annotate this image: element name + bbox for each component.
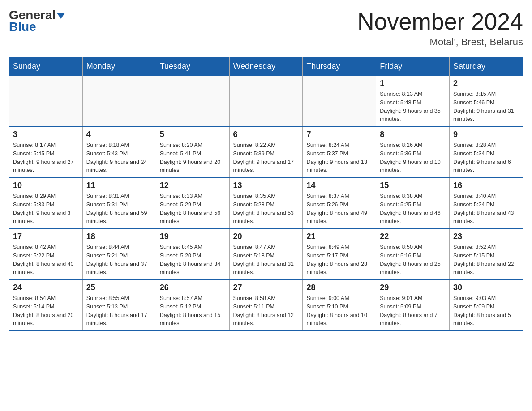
day-info: Sunrise: 8:52 AMSunset: 5:15 PMDaylight:…	[453, 243, 519, 277]
calendar-table: SundayMondayTuesdayWednesdayThursdayFrid…	[9, 57, 523, 331]
day-number: 19	[160, 232, 226, 241]
day-info: Sunrise: 8:31 AMSunset: 5:31 PMDaylight:…	[86, 192, 152, 226]
day-number: 16	[453, 181, 519, 190]
calendar-cell: 22Sunrise: 8:50 AMSunset: 5:16 PMDayligh…	[376, 229, 450, 280]
day-number: 6	[233, 130, 299, 139]
day-info: Sunrise: 8:29 AMSunset: 5:33 PMDaylight:…	[13, 192, 79, 226]
calendar-cell: 4Sunrise: 8:18 AMSunset: 5:43 PMDaylight…	[82, 127, 156, 178]
calendar-week-row: 1Sunrise: 8:13 AMSunset: 5:48 PMDaylight…	[9, 76, 523, 127]
day-number: 22	[380, 232, 446, 241]
day-number: 12	[160, 181, 226, 190]
calendar-cell: 12Sunrise: 8:33 AMSunset: 5:29 PMDayligh…	[156, 178, 229, 229]
day-number: 11	[86, 181, 152, 190]
calendar-header-row: SundayMondayTuesdayWednesdayThursdayFrid…	[9, 57, 523, 76]
calendar-week-row: 24Sunrise: 8:54 AMSunset: 5:14 PMDayligh…	[9, 280, 523, 331]
day-number: 14	[306, 181, 372, 190]
day-info: Sunrise: 9:00 AMSunset: 5:10 PMDaylight:…	[306, 294, 372, 328]
location-title: Motal', Brest, Belarus	[357, 36, 523, 48]
day-info: Sunrise: 8:42 AMSunset: 5:22 PMDaylight:…	[13, 243, 79, 277]
calendar-cell: 18Sunrise: 8:44 AMSunset: 5:21 PMDayligh…	[82, 229, 156, 280]
calendar-cell	[156, 76, 229, 127]
day-info: Sunrise: 8:18 AMSunset: 5:43 PMDaylight:…	[86, 141, 152, 175]
calendar-week-row: 17Sunrise: 8:42 AMSunset: 5:22 PMDayligh…	[9, 229, 523, 280]
day-number: 23	[453, 232, 519, 241]
day-number: 20	[233, 232, 299, 241]
day-info: Sunrise: 8:33 AMSunset: 5:29 PMDaylight:…	[160, 192, 226, 226]
day-info: Sunrise: 8:44 AMSunset: 5:21 PMDaylight:…	[86, 243, 152, 277]
calendar-cell: 10Sunrise: 8:29 AMSunset: 5:33 PMDayligh…	[9, 178, 83, 229]
calendar-cell: 13Sunrise: 8:35 AMSunset: 5:28 PMDayligh…	[229, 178, 303, 229]
calendar-cell: 21Sunrise: 8:49 AMSunset: 5:17 PMDayligh…	[303, 229, 376, 280]
logo-blue-text: Blue	[9, 20, 36, 34]
day-number: 5	[160, 130, 226, 139]
day-number: 4	[86, 130, 152, 139]
calendar-header-wednesday: Wednesday	[229, 57, 303, 76]
day-info: Sunrise: 8:58 AMSunset: 5:11 PMDaylight:…	[233, 294, 299, 328]
calendar-cell: 7Sunrise: 8:24 AMSunset: 5:37 PMDaylight…	[303, 127, 376, 178]
day-number: 9	[453, 130, 519, 139]
calendar-cell: 14Sunrise: 8:37 AMSunset: 5:26 PMDayligh…	[303, 178, 376, 229]
calendar-cell: 20Sunrise: 8:47 AMSunset: 5:18 PMDayligh…	[229, 229, 303, 280]
day-number: 26	[160, 283, 226, 292]
day-info: Sunrise: 8:24 AMSunset: 5:37 PMDaylight:…	[306, 141, 372, 175]
day-number: 3	[13, 130, 79, 139]
calendar-cell: 6Sunrise: 8:22 AMSunset: 5:39 PMDaylight…	[229, 127, 303, 178]
calendar-header-monday: Monday	[82, 57, 156, 76]
calendar-header-saturday: Saturday	[450, 57, 523, 76]
day-number: 30	[453, 283, 519, 292]
day-number: 10	[13, 181, 79, 190]
day-number: 29	[380, 283, 446, 292]
title-block: November 2024 Motal', Brest, Belarus	[357, 9, 523, 48]
day-number: 13	[233, 181, 299, 190]
calendar-cell: 5Sunrise: 8:20 AMSunset: 5:41 PMDaylight…	[156, 127, 229, 178]
calendar-cell: 19Sunrise: 8:45 AMSunset: 5:20 PMDayligh…	[156, 229, 229, 280]
day-number: 1	[380, 79, 446, 88]
calendar-cell: 3Sunrise: 8:17 AMSunset: 5:45 PMDaylight…	[9, 127, 83, 178]
day-info: Sunrise: 8:50 AMSunset: 5:16 PMDaylight:…	[380, 243, 446, 277]
day-number: 15	[380, 181, 446, 190]
day-number: 28	[306, 283, 372, 292]
day-info: Sunrise: 8:17 AMSunset: 5:45 PMDaylight:…	[13, 141, 79, 175]
calendar-cell: 29Sunrise: 9:01 AMSunset: 5:09 PMDayligh…	[376, 280, 450, 331]
day-number: 17	[13, 232, 79, 241]
calendar-header-tuesday: Tuesday	[156, 57, 229, 76]
calendar-week-row: 10Sunrise: 8:29 AMSunset: 5:33 PMDayligh…	[9, 178, 523, 229]
day-info: Sunrise: 8:13 AMSunset: 5:48 PMDaylight:…	[380, 90, 446, 124]
day-info: Sunrise: 8:45 AMSunset: 5:20 PMDaylight:…	[160, 243, 226, 277]
day-info: Sunrise: 8:26 AMSunset: 5:36 PMDaylight:…	[380, 141, 446, 175]
day-info: Sunrise: 8:20 AMSunset: 5:41 PMDaylight:…	[160, 141, 226, 175]
day-info: Sunrise: 8:37 AMSunset: 5:26 PMDaylight:…	[306, 192, 372, 226]
month-title: November 2024	[357, 9, 523, 34]
day-info: Sunrise: 8:28 AMSunset: 5:34 PMDaylight:…	[453, 141, 519, 175]
calendar-cell	[82, 76, 156, 127]
calendar-cell: 27Sunrise: 8:58 AMSunset: 5:11 PMDayligh…	[229, 280, 303, 331]
day-number: 24	[13, 283, 79, 292]
day-number: 25	[86, 283, 152, 292]
day-number: 8	[380, 130, 446, 139]
day-number: 21	[306, 232, 372, 241]
calendar-week-row: 3Sunrise: 8:17 AMSunset: 5:45 PMDaylight…	[9, 127, 523, 178]
calendar-cell: 11Sunrise: 8:31 AMSunset: 5:31 PMDayligh…	[82, 178, 156, 229]
calendar-header-thursday: Thursday	[303, 57, 376, 76]
day-info: Sunrise: 8:15 AMSunset: 5:46 PMDaylight:…	[453, 90, 519, 124]
calendar-cell: 9Sunrise: 8:28 AMSunset: 5:34 PMDaylight…	[450, 127, 523, 178]
calendar-cell: 26Sunrise: 8:57 AMSunset: 5:12 PMDayligh…	[156, 280, 229, 331]
calendar-cell: 16Sunrise: 8:40 AMSunset: 5:24 PMDayligh…	[450, 178, 523, 229]
calendar-cell	[9, 76, 83, 127]
calendar-cell: 2Sunrise: 8:15 AMSunset: 5:46 PMDaylight…	[450, 76, 523, 127]
calendar-cell: 24Sunrise: 8:54 AMSunset: 5:14 PMDayligh…	[9, 280, 83, 331]
day-info: Sunrise: 9:01 AMSunset: 5:09 PMDaylight:…	[380, 294, 446, 328]
calendar-header-sunday: Sunday	[9, 57, 83, 76]
page-header: General Blue November 2024 Motal', Brest…	[9, 9, 523, 48]
calendar-cell: 17Sunrise: 8:42 AMSunset: 5:22 PMDayligh…	[9, 229, 83, 280]
day-info: Sunrise: 8:35 AMSunset: 5:28 PMDaylight:…	[233, 192, 299, 226]
day-info: Sunrise: 8:38 AMSunset: 5:25 PMDaylight:…	[380, 192, 446, 226]
calendar-cell	[229, 76, 303, 127]
calendar-cell: 25Sunrise: 8:55 AMSunset: 5:13 PMDayligh…	[82, 280, 156, 331]
day-info: Sunrise: 8:49 AMSunset: 5:17 PMDaylight:…	[306, 243, 372, 277]
day-info: Sunrise: 8:55 AMSunset: 5:13 PMDaylight:…	[86, 294, 152, 328]
calendar-cell: 30Sunrise: 9:03 AMSunset: 5:09 PMDayligh…	[450, 280, 523, 331]
day-number: 18	[86, 232, 152, 241]
day-number: 7	[306, 130, 372, 139]
calendar-cell: 15Sunrise: 8:38 AMSunset: 5:25 PMDayligh…	[376, 178, 450, 229]
